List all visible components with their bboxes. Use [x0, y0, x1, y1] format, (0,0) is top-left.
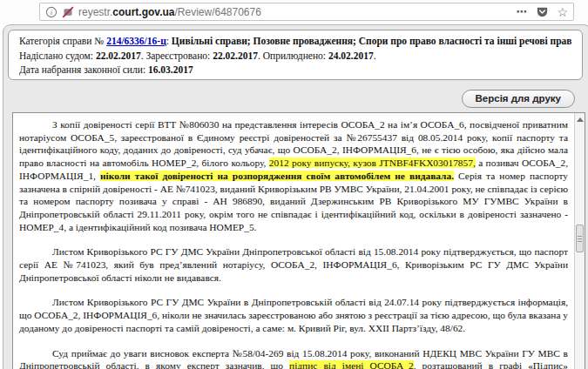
text-segment: . Зареєстровано: — [141, 50, 213, 61]
plugin-blocked-icon[interactable] — [62, 6, 74, 18]
browser-toolbar: i reyestr.court.gov.ua/Review/64870676 ⋯… — [0, 0, 588, 24]
text-segment: 22.02.2017 — [96, 50, 141, 61]
text-segment: Листом Криворізького РС ГУ ДМС України Д… — [19, 246, 568, 282]
case-number-link[interactable]: 214/6336/16-ц — [106, 36, 166, 46]
page-info-icon[interactable]: i — [45, 6, 57, 18]
document-paragraph: Листом Криворізького РС ГУ ДМС України Д… — [19, 245, 568, 284]
text-segment: підпис від імені ОСОБА_2 — [289, 360, 414, 369]
decision-text-box: З копії довіреності серії ВТТ №806030 на… — [12, 112, 585, 369]
text-segment: 16.03.2017 — [148, 64, 193, 75]
text-segment: 2012 року випуску, кузов JTNBF4FKX030178… — [269, 158, 476, 168]
decision-text: З копії довіреності серії ВТТ №806030 на… — [13, 113, 573, 369]
scrollbar-thumb[interactable] — [576, 225, 584, 252]
text-segment: . Оприлюднено: — [258, 50, 328, 61]
address-bar[interactable]: i reyestr.court.gov.ua/Review/64870676 ⋯… — [39, 3, 574, 21]
case-legal-force-line: Дата набрання законної сили: 16.03.2017 — [19, 63, 571, 77]
print-version-button[interactable]: Версія для друку — [462, 90, 575, 108]
document-paragraph: Суд приймає до уваги висновок експерта №… — [19, 347, 568, 369]
scrollbar[interactable] — [574, 113, 585, 369]
page-actions-icon[interactable]: ⋯ — [516, 5, 528, 18]
url-domain: court.gov.ua — [112, 6, 174, 18]
text-segment: Надіслано судом: — [19, 50, 96, 61]
text-segment: Категорія справи № — [19, 36, 106, 46]
page-panel: Категорія справи № 214/6336/16-ц: Цивіль… — [3, 24, 588, 369]
text-segment: 24.02.2017 — [328, 50, 374, 61]
text-segment: Цивільні справи; Позовне провадження; Сп… — [172, 36, 571, 46]
pocket-icon[interactable] — [536, 5, 549, 18]
text-segment: Листом Криворізького РС ГУ ДМС України в… — [19, 297, 568, 332]
bookmark-star-icon[interactable]: ☆ — [557, 6, 568, 18]
case-header-box: Категорія справи № 214/6336/16-ц: Цивіль… — [8, 30, 583, 80]
url-text: reyestr.court.gov.ua/Review/64870676 — [78, 6, 510, 18]
text-segment: 22.02.2017 — [213, 50, 258, 61]
case-category-line: Категорія справи № 214/6336/16-ц: Цивіль… — [19, 34, 571, 49]
case-dates-line: Надіслано судом: 22.02.2017. Зареєстрова… — [19, 49, 571, 64]
url-prefix: reyestr. — [78, 6, 112, 18]
document-paragraph: Листом Криворізького РС ГУ ДМС України в… — [19, 296, 568, 334]
document-paragraph: З копії довіреності серії ВТТ №806030 на… — [19, 118, 568, 233]
toolbar-row: Версія для друку — [3, 84, 583, 112]
text-segment: Дата набрання законної сили: — [19, 64, 148, 75]
text-segment: . — [374, 50, 376, 61]
svg-text:i: i — [51, 8, 53, 17]
text-segment: ніколи такої довіреності на розпорядженн… — [100, 171, 454, 181]
scrollbar-up-icon[interactable] — [577, 117, 584, 122]
url-path: /Review/64870676 — [174, 6, 260, 18]
